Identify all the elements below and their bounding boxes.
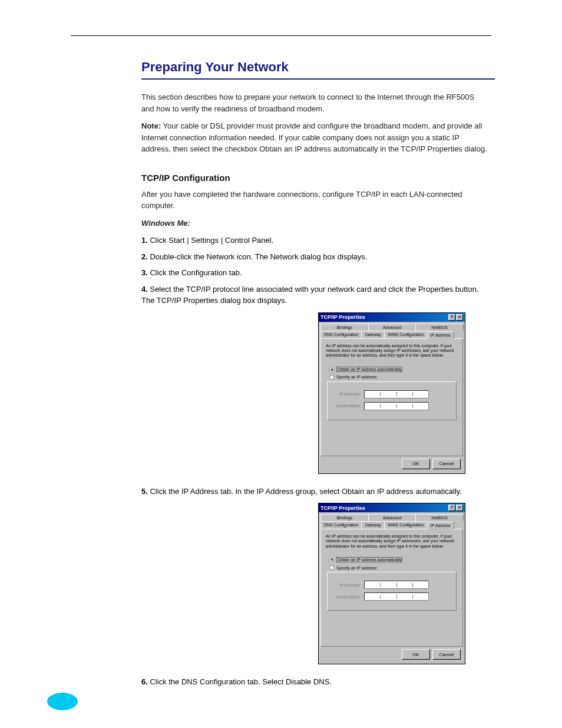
- dialog-help-text: An IP address can be automatically assig…: [326, 534, 458, 549]
- step-num: 6.: [141, 677, 148, 686]
- step-5: 5. Click the IP Address tab. In the IP A…: [141, 486, 489, 498]
- help-icon[interactable]: ?: [448, 505, 455, 511]
- tab-bindings[interactable]: Bindings: [320, 324, 369, 331]
- tcpip-properties-dialog: TCP/IP Properties ? × Bindings Advanced …: [318, 503, 465, 664]
- title-rule: [141, 78, 495, 80]
- header-rule: [71, 35, 491, 36]
- tab-ipaddress[interactable]: IP Address: [427, 522, 454, 529]
- step-text: Click the DNS Configuration tab. Select …: [150, 677, 332, 686]
- step-4: 4. Select the TCP/IP protocol line assoc…: [141, 284, 489, 307]
- tab-advanced[interactable]: Advanced: [368, 514, 416, 521]
- ip-address-input[interactable]: ...: [364, 581, 429, 589]
- cancel-button[interactable]: Cancel: [432, 649, 461, 660]
- step-6: 6. Click the DNS Configuration tab. Sele…: [141, 676, 489, 688]
- subnet-row: Subnet Mask: ...: [331, 402, 452, 410]
- step-3: 3. Click the Configuration tab.: [141, 267, 489, 279]
- ip-address-row: IP Address: ...: [331, 390, 452, 398]
- note-text: Your cable or DSL provider must provide …: [141, 121, 487, 153]
- ok-button[interactable]: OK: [402, 459, 430, 469]
- step-num: 2.: [141, 252, 148, 261]
- radio-obtain-auto[interactable]: Obtain an IP address automatically: [329, 557, 458, 562]
- radio-icon: [329, 375, 334, 380]
- ip-address-input[interactable]: ...: [364, 390, 429, 398]
- dialog-title: TCP/IP Properties: [320, 505, 365, 511]
- winme-heading: Windows Me:: [141, 218, 489, 229]
- tab-advanced[interactable]: Advanced: [368, 324, 416, 331]
- radio-specify[interactable]: Specify an IP address:: [329, 375, 458, 380]
- radio-label: Obtain an IP address automatically: [336, 367, 402, 372]
- specify-group: IP Address: ... Subnet Mask: ...: [327, 572, 457, 611]
- ok-button[interactable]: OK: [402, 649, 430, 660]
- dialog-figure-1: TCP/IP Properties ? × Bindings Advanced …: [318, 312, 491, 474]
- subnet-mask-input[interactable]: ...: [364, 592, 429, 601]
- step-text: Double-click the Network icon. The Netwo…: [150, 252, 367, 261]
- radio-label: Specify an IP address:: [336, 566, 378, 570]
- radio-specify[interactable]: Specify an IP address:: [329, 565, 458, 570]
- subhead-tcpip: TCP/IP Configuration: [141, 173, 491, 183]
- radio-icon: [329, 367, 334, 371]
- tab-gateway[interactable]: Gateway: [361, 331, 385, 338]
- mask-label: Subnet Mask:: [331, 404, 361, 408]
- section-title: Preparing Your Network: [141, 60, 491, 75]
- dialog-titlebar[interactable]: TCP/IP Properties ? ×: [319, 503, 465, 512]
- tcpip-properties-dialog: TCP/IP Properties ? × Bindings Advanced …: [318, 312, 465, 474]
- radio-label: Obtain an IP address automatically: [336, 557, 402, 562]
- ip-label: IP Address:: [331, 392, 361, 396]
- mask-label: Subnet Mask:: [331, 595, 361, 599]
- dialog-help-text: An IP address can be automatically assig…: [326, 344, 458, 358]
- step-text: Click the IP Address tab. In the IP Addr…: [150, 487, 461, 496]
- step-num: 3.: [141, 268, 148, 277]
- dialog-figure-2: TCP/IP Properties ? × Bindings Advanced …: [318, 503, 491, 664]
- cancel-button[interactable]: Cancel: [432, 459, 461, 469]
- dialog-titlebar[interactable]: TCP/IP Properties ? ×: [319, 313, 465, 322]
- step-2: 2. Double-click the Network icon. The Ne…: [141, 251, 489, 263]
- tab-wins[interactable]: WINS Configuration: [384, 521, 428, 529]
- step-text: Click the Configuration tab.: [150, 268, 242, 277]
- ip-label: IP Address:: [331, 583, 361, 587]
- step-1: 1. Click Start | Settings | Control Pane…: [141, 235, 489, 246]
- subnet-mask-input[interactable]: ...: [364, 402, 429, 410]
- tab-netbios[interactable]: NetBIOS: [415, 324, 464, 331]
- help-icon[interactable]: ?: [448, 314, 455, 321]
- dialog-title: TCP/IP Properties: [320, 314, 365, 320]
- specify-group: IP Address: ... Subnet Mask: ...: [327, 381, 457, 420]
- ip-address-row: IP Address: ...: [331, 581, 452, 589]
- tab-dns[interactable]: DNS Configuration: [320, 521, 362, 529]
- intro-paragraph-1: This section describes how to prepare yo…: [141, 91, 489, 114]
- step-text: Click Start | Settings | Control Panel.: [150, 236, 273, 245]
- radio-icon: [329, 558, 334, 562]
- step-num: 1.: [141, 236, 148, 245]
- close-icon[interactable]: ×: [456, 314, 463, 321]
- step-num: 4.: [141, 285, 148, 294]
- radio-label: Specify an IP address:: [336, 375, 378, 379]
- note-paragraph: Note: Your cable or DSL provider must pr…: [141, 120, 489, 155]
- subhead-text: After you have completed the hardware co…: [141, 189, 489, 212]
- tab-wins[interactable]: WINS Configuration: [384, 331, 428, 338]
- page-ornament-icon: [47, 693, 78, 710]
- tab-ipaddress[interactable]: IP Address: [427, 331, 454, 339]
- subnet-row: Subnet Mask: ...: [331, 592, 452, 601]
- step-num: 5.: [141, 487, 148, 496]
- tab-netbios[interactable]: NetBIOS: [415, 514, 464, 521]
- tab-bindings[interactable]: Bindings: [320, 514, 369, 521]
- note-label: Note:: [141, 121, 161, 130]
- step-text: Select the TCP/IP protocol line associat…: [141, 285, 479, 305]
- close-icon[interactable]: ×: [456, 505, 463, 511]
- tab-gateway[interactable]: Gateway: [361, 521, 385, 529]
- tab-dns[interactable]: DNS Configuration: [320, 331, 362, 338]
- radio-icon: [329, 565, 334, 570]
- radio-obtain-auto[interactable]: Obtain an IP address automatically: [329, 367, 458, 372]
